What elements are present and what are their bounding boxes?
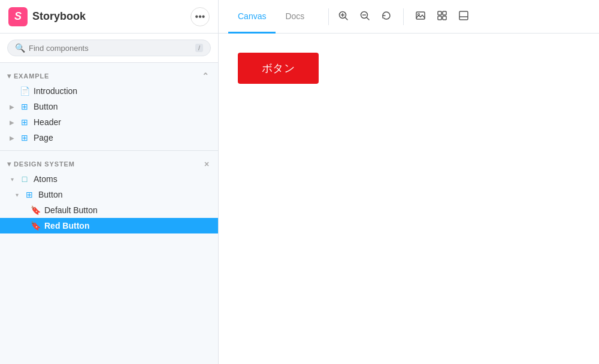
- svg-rect-12: [443, 16, 446, 20]
- tab-canvas[interactable]: Canvas: [228, 1, 276, 34]
- button-chevron: ▶: [8, 104, 16, 110]
- page-chevron: ▶: [8, 135, 16, 141]
- main-toolbar: Canvas Docs: [219, 0, 599, 34]
- section-example-header[interactable]: ▾ EXAMPLE ⌃: [0, 68, 218, 83]
- section-example: ▾ EXAMPLE ⌃ 📄 Introduction ▶ ⊞ Button ▶ …: [0, 68, 218, 145]
- svg-rect-13: [459, 11, 468, 20]
- section-design-system: ▾ DESIGN SYSTEM × ▾ □ Atoms ▾ ⊞ Button 🔖: [0, 156, 218, 233]
- sidebar-item-introduction[interactable]: 📄 Introduction: [0, 83, 218, 99]
- image-view-button[interactable]: [411, 7, 430, 26]
- logo: S Storybook: [8, 7, 86, 26]
- svg-rect-9: [438, 11, 441, 15]
- section-ds-action[interactable]: ×: [204, 159, 210, 169]
- zoom-in-button[interactable]: [334, 7, 353, 26]
- grid-icon: [437, 10, 447, 23]
- header-chevron: ▶: [8, 119, 16, 126]
- toolbar-divider: [328, 8, 329, 25]
- component-icon-button: ⊞: [19, 102, 30, 111]
- preview-red-button[interactable]: ボタン: [238, 53, 319, 84]
- panel-icon: [458, 10, 469, 23]
- sidebar-header: S Storybook •••: [0, 0, 218, 34]
- button-label: Button: [34, 102, 58, 111]
- bookmark-icon-default: 🔖: [30, 205, 41, 215]
- svg-line-6: [367, 17, 370, 20]
- atoms-label: Atoms: [34, 174, 58, 184]
- atoms-chevron: ▾: [8, 176, 16, 183]
- default-button-label: Default Button: [44, 205, 98, 215]
- search-input[interactable]: [29, 44, 192, 53]
- grid-view-button[interactable]: [432, 7, 452, 26]
- header-label: Header: [34, 117, 61, 127]
- zoom-out-icon: [359, 10, 370, 23]
- zoom-out-button[interactable]: [355, 7, 374, 26]
- svg-rect-11: [438, 16, 441, 20]
- folder-icon: □: [19, 174, 30, 184]
- sidebar: S Storybook ••• 🔍 / ▾ EXAMPLE ⌃: [0, 0, 219, 364]
- component-icon-page: ⊞: [19, 133, 30, 142]
- sidebar-item-ds-button[interactable]: ▾ ⊞ Button: [0, 187, 218, 202]
- sidebar-nav: ▾ EXAMPLE ⌃ 📄 Introduction ▶ ⊞ Button ▶ …: [0, 63, 218, 364]
- section-ds-header[interactable]: ▾ DESIGN SYSTEM ×: [0, 156, 218, 171]
- toolbar-divider-2: [403, 8, 404, 25]
- ds-button-label: Button: [38, 190, 62, 199]
- bookmark-icon-red: 🔖: [30, 221, 41, 230]
- logo-text: Storybook: [32, 10, 86, 23]
- sidebar-item-atoms[interactable]: ▾ □ Atoms: [0, 171, 218, 187]
- search-icon: 🔍: [15, 43, 25, 53]
- sidebar-item-button[interactable]: ▶ ⊞ Button: [0, 99, 218, 114]
- tab-docs[interactable]: Docs: [276, 1, 314, 34]
- search-wrap: 🔍 /: [0, 34, 218, 63]
- svg-line-3: [346, 17, 348, 20]
- component-icon-header: ⊞: [19, 117, 30, 127]
- toolbar-tabs: Canvas Docs: [228, 0, 314, 33]
- sidebar-item-default-button[interactable]: 🔖 Default Button: [0, 202, 218, 218]
- panel-toggle-button[interactable]: [454, 7, 473, 26]
- section-example-label: EXAMPLE: [14, 72, 49, 80]
- red-button-label: Red Button: [44, 221, 89, 230]
- more-button[interactable]: •••: [190, 7, 210, 26]
- svg-rect-10: [443, 11, 446, 15]
- page-label: Page: [34, 133, 53, 142]
- doc-icon: 📄: [19, 86, 30, 96]
- nav-divider: [0, 150, 218, 151]
- svg-rect-7: [416, 12, 425, 19]
- toolbar-icons: [334, 7, 473, 26]
- component-icon-ds-button: ⊞: [24, 190, 35, 199]
- logo-icon: S: [8, 7, 28, 26]
- reset-zoom-button[interactable]: [377, 7, 396, 26]
- image-icon: [415, 10, 426, 23]
- section-ds-label: DESIGN SYSTEM: [14, 160, 75, 168]
- sidebar-item-page[interactable]: ▶ ⊞ Page: [0, 130, 218, 145]
- sidebar-item-header[interactable]: ▶ ⊞ Header: [0, 114, 218, 130]
- section-ds-chevron[interactable]: ▾: [7, 160, 11, 168]
- section-example-header-left: ▾ EXAMPLE: [7, 72, 49, 80]
- zoom-in-icon: [338, 10, 349, 23]
- sidebar-item-red-button[interactable]: 🔖 Red Button: [0, 218, 218, 233]
- ds-button-chevron: ▾: [13, 192, 20, 198]
- search-bar: 🔍 /: [7, 40, 211, 56]
- main-content: Canvas Docs: [219, 0, 599, 364]
- introduction-label: Introduction: [34, 86, 77, 96]
- reset-zoom-icon: [381, 10, 392, 23]
- section-example-action[interactable]: ⌃: [202, 71, 210, 81]
- canvas-area: ボタン: [219, 34, 599, 364]
- ellipsis-icon: •••: [195, 11, 205, 22]
- section-example-chevron[interactable]: ▾: [7, 72, 11, 80]
- section-ds-header-left: ▾ DESIGN SYSTEM: [7, 160, 75, 168]
- search-shortcut: /: [195, 44, 203, 52]
